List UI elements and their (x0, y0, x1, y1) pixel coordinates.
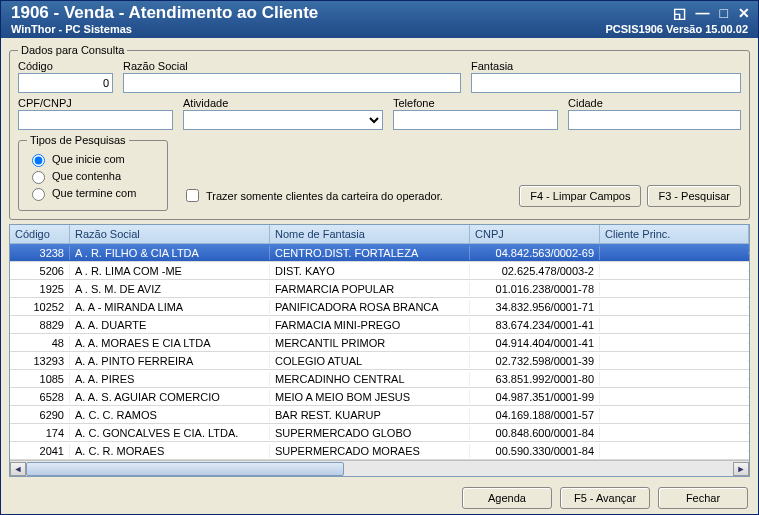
horizontal-scrollbar[interactable]: ◄ ► (10, 460, 749, 476)
table-row[interactable]: 8829A. A. DUARTEFARMACIA MINI-PREGO83.67… (10, 316, 749, 334)
cidade-label: Cidade (568, 97, 741, 109)
atividade-select[interactable] (183, 110, 383, 130)
consulta-legend: Dados para Consulta (18, 44, 127, 56)
codigo-input[interactable] (18, 73, 113, 93)
radio-termine[interactable] (32, 188, 45, 201)
cell-codigo: 10252 (10, 300, 70, 314)
cell-cliente (600, 288, 749, 290)
agenda-button[interactable]: Agenda (462, 487, 552, 509)
cell-cnpj: 02.625.478/0003-2 (470, 264, 600, 278)
col-header-cliente[interactable]: Cliente Princ. (600, 225, 749, 243)
table-row[interactable]: 2041A. C. R. MORAESSUPERMERCADO MORAES00… (10, 442, 749, 460)
radio-inicie[interactable] (32, 154, 45, 167)
cell-nomef: FARMARCIA POPULAR (270, 282, 470, 296)
restore-icon[interactable]: ◱ (673, 5, 686, 21)
cell-codigo: 6290 (10, 408, 70, 422)
cell-codigo: 5206 (10, 264, 70, 278)
table-row[interactable]: 174A. C. GONCALVES E CIA. LTDA.SUPERMERC… (10, 424, 749, 442)
radio-contenha[interactable] (32, 171, 45, 184)
table-row[interactable]: 1085A. A. PIRESMERCADINHO CENTRAL63.851.… (10, 370, 749, 388)
cell-razao: A. A. PIRES (70, 372, 270, 386)
telefone-input[interactable] (393, 110, 558, 130)
cell-nomef: MERCADINHO CENTRAL (270, 372, 470, 386)
cell-razao: A. A. PINTO FERREIRA (70, 354, 270, 368)
pesquisar-button[interactable]: F3 - Pesquisar (647, 185, 741, 207)
cell-nomef: MERCANTIL PRIMOR (270, 336, 470, 350)
cell-cliente (600, 306, 749, 308)
footer-buttons: Agenda F5 - Avançar Fechar (9, 481, 750, 509)
cell-codigo: 1925 (10, 282, 70, 296)
scroll-right-icon[interactable]: ► (733, 462, 749, 476)
table-row[interactable]: 1925A . S. M. DE AVIZFARMARCIA POPULAR01… (10, 280, 749, 298)
cell-razao: A . R. LIMA COM -ME (70, 264, 270, 278)
cell-cliente (600, 396, 749, 398)
cell-cnpj: 63.851.992/0001-80 (470, 372, 600, 386)
cell-codigo: 6528 (10, 390, 70, 404)
fechar-button[interactable]: Fechar (658, 487, 748, 509)
cell-codigo: 8829 (10, 318, 70, 332)
scroll-left-icon[interactable]: ◄ (10, 462, 26, 476)
cell-codigo: 2041 (10, 444, 70, 458)
content-area: Dados para Consulta Código Razão Social … (1, 38, 758, 515)
cell-codigo: 174 (10, 426, 70, 440)
atividade-label: Atividade (183, 97, 383, 109)
cidade-input[interactable] (568, 110, 741, 130)
table-row[interactable]: 48A. A. MORAES E CIA LTDAMERCANTIL PRIMO… (10, 334, 749, 352)
cell-cnpj: 00.848.600/0001-84 (470, 426, 600, 440)
minimize-icon[interactable]: — (696, 5, 710, 21)
cell-cliente (600, 252, 749, 254)
grid-header: Código Razão Social Nome de Fantasia CNP… (10, 225, 749, 244)
table-row[interactable]: 6528A. A. S. AGUIAR COMERCIOMEIO A MEIO … (10, 388, 749, 406)
cell-razao: A . R. FILHO & CIA LTDA (70, 246, 270, 260)
limpar-button[interactable]: F4 - Limpar Campos (519, 185, 641, 207)
cell-razao: A . S. M. DE AVIZ (70, 282, 270, 296)
cell-cnpj: 34.832.956/0001-71 (470, 300, 600, 314)
table-row[interactable]: 10252A. A - MIRANDA LIMAPANIFICADORA ROS… (10, 298, 749, 316)
cell-cliente (600, 324, 749, 326)
cell-cnpj: 01.016.238/0001-78 (470, 282, 600, 296)
table-row[interactable]: 5206A . R. LIMA COM -MEDIST. KAYO02.625.… (10, 262, 749, 280)
table-row[interactable]: 6290A. C. C. RAMOSBAR REST. KUARUP04.169… (10, 406, 749, 424)
cell-razao: A. A. DUARTE (70, 318, 270, 332)
window-title: 1906 - Venda - Atendimento ao Cliente (1, 1, 758, 23)
col-header-codigo[interactable]: Código (10, 225, 70, 243)
cell-cnpj: 04.169.188/0001-57 (470, 408, 600, 422)
codigo-label: Código (18, 60, 113, 72)
close-icon[interactable]: ✕ (738, 5, 750, 21)
cell-cnpj: 04.987.351/0001-99 (470, 390, 600, 404)
version-label: PCSIS1906 Versão 15.00.02 (606, 23, 749, 35)
scroll-thumb[interactable] (26, 462, 344, 476)
cpf-input[interactable] (18, 110, 173, 130)
window-root: 1906 - Venda - Atendimento ao Cliente Wi… (0, 0, 759, 515)
maximize-icon[interactable]: □ (720, 5, 728, 21)
cell-razao: A. C. C. RAMOS (70, 408, 270, 422)
grid-body[interactable]: 3238A . R. FILHO & CIA LTDACENTRO.DIST. … (10, 244, 749, 460)
cell-cnpj: 83.674.234/0001-41 (470, 318, 600, 332)
cell-codigo: 1085 (10, 372, 70, 386)
cell-razao: A. C. R. MORAES (70, 444, 270, 458)
cell-cliente (600, 342, 749, 344)
cell-cliente (600, 378, 749, 380)
fantasia-input[interactable] (471, 73, 741, 93)
col-header-nomef[interactable]: Nome de Fantasia (270, 225, 470, 243)
carteira-label: Trazer somente clientes da carteira do o… (206, 190, 443, 202)
cell-nomef: MEIO A MEIO BOM JESUS (270, 390, 470, 404)
cell-cliente (600, 360, 749, 362)
col-header-cnpj[interactable]: CNPJ (470, 225, 600, 243)
tipos-legend: Tipos de Pesquisas (27, 134, 129, 146)
avancar-button[interactable]: F5 - Avançar (560, 487, 650, 509)
col-header-razao[interactable]: Razão Social (70, 225, 270, 243)
cell-codigo: 3238 (10, 246, 70, 260)
cell-nomef: SUPERMERCADO MORAES (270, 444, 470, 458)
clientes-grid: Código Razão Social Nome de Fantasia CNP… (9, 224, 750, 477)
scroll-track[interactable] (26, 462, 733, 476)
razao-input[interactable] (123, 73, 461, 93)
razao-label: Razão Social (123, 60, 461, 72)
carteira-checkbox[interactable] (186, 189, 199, 202)
cell-cnpj: 04.842.563/0002-69 (470, 246, 600, 260)
table-row[interactable]: 13293A. A. PINTO FERREIRACOLEGIO ATUAL02… (10, 352, 749, 370)
titlebar: 1906 - Venda - Atendimento ao Cliente Wi… (1, 1, 758, 38)
cpf-label: CPF/CNPJ (18, 97, 173, 109)
table-row[interactable]: 3238A . R. FILHO & CIA LTDACENTRO.DIST. … (10, 244, 749, 262)
cell-cliente (600, 270, 749, 272)
